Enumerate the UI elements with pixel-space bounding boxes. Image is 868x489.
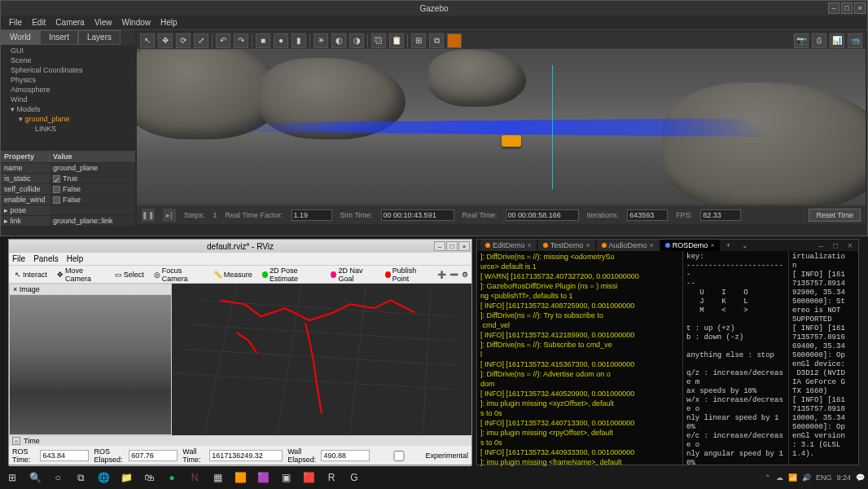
menu-panels[interactable]: Panels: [33, 254, 59, 263]
explorer-icon[interactable]: 📁: [117, 469, 135, 487]
minimize-button[interactable]: –: [434, 241, 445, 251]
close-panel-icon[interactable]: ×: [13, 285, 17, 293]
ros-time-input[interactable]: [40, 450, 89, 461]
tree-item[interactable]: GUI: [6, 46, 130, 56]
prop-value[interactable]: ✓True: [50, 174, 135, 183]
box-icon[interactable]: ■: [256, 33, 270, 48]
rtf-input[interactable]: [292, 209, 332, 221]
terminal-tab[interactable]: TestDemo×: [538, 240, 595, 251]
undo-icon[interactable]: ↶: [216, 33, 230, 48]
start-icon[interactable]: ⊞: [3, 469, 21, 487]
wall-elapsed-input[interactable]: [321, 450, 370, 461]
store-icon[interactable]: 🛍: [140, 469, 158, 487]
gazebo-icon[interactable]: G: [345, 469, 363, 487]
app-icon[interactable]: ▦: [208, 469, 226, 487]
tray-icon[interactable]: ⌃: [765, 474, 771, 482]
app-icon[interactable]: 🟧: [231, 469, 249, 487]
step-button[interactable]: ▸|: [163, 209, 176, 222]
tab-world[interactable]: World: [1, 30, 40, 45]
checkbox-icon[interactable]: [53, 186, 60, 193]
close-tab-icon[interactable]: ×: [710, 241, 714, 249]
redo-icon[interactable]: ↷: [234, 33, 248, 48]
menu-window[interactable]: Window: [121, 18, 151, 27]
select-button[interactable]: ▭Select: [112, 270, 147, 280]
tree-item[interactable]: Spherical Coordinates: [6, 66, 130, 76]
chart-icon[interactable]: 📊: [830, 33, 844, 48]
checkbox-icon[interactable]: ✓: [53, 175, 60, 183]
scale-icon[interactable]: ⤢: [194, 33, 208, 48]
maximize-button[interactable]: □: [446, 241, 458, 251]
collapse-icon[interactable]: ○: [12, 437, 20, 445]
tab-dropdown[interactable]: ⌄: [737, 240, 753, 251]
app-icon[interactable]: 🟪: [254, 469, 272, 487]
tree-item[interactable]: ▾ Models: [6, 105, 130, 115]
edge-icon[interactable]: 🌐: [94, 469, 112, 487]
robot-model[interactable]: [502, 135, 521, 147]
close-button[interactable]: ×: [458, 241, 470, 251]
tree-item[interactable]: Physics: [6, 76, 130, 86]
menu-camera[interactable]: Camera: [55, 18, 85, 27]
wifi-icon[interactable]: 📶: [788, 474, 797, 482]
prop-key[interactable]: ▸ pose: [1, 205, 50, 215]
minus-icon[interactable]: ➖: [449, 271, 458, 279]
magnet-icon[interactable]: ⧉: [429, 33, 444, 48]
tree-item[interactable]: Atmosphere: [6, 86, 130, 95]
time-panel-header[interactable]: ○Time: [9, 436, 471, 446]
rviz-3d-view[interactable]: [172, 284, 471, 435]
terminal-tab[interactable]: AudioDemo×: [597, 240, 659, 251]
menu-file[interactable]: File: [12, 254, 25, 263]
menu-view[interactable]: View: [94, 18, 112, 27]
close-tab-icon[interactable]: ×: [528, 241, 532, 249]
maximize-button[interactable]: □: [841, 2, 853, 14]
copy-icon[interactable]: ⿻: [371, 33, 386, 48]
iter-input[interactable]: [627, 209, 668, 221]
directional-icon[interactable]: ◑: [349, 33, 364, 48]
taskview-icon[interactable]: ⧉: [72, 469, 90, 487]
arrow-icon[interactable]: ↖: [140, 33, 155, 48]
plus-icon[interactable]: ➕: [437, 271, 446, 279]
light-icon[interactable]: ☀: [313, 33, 328, 48]
cylinder-icon[interactable]: ▮: [292, 33, 306, 48]
focus-camera-button[interactable]: ◎Focus Camera: [151, 266, 206, 284]
spot-icon[interactable]: ◐: [331, 33, 346, 48]
checkbox-icon[interactable]: [53, 196, 60, 204]
publish-point-button[interactable]: Publish Point: [383, 266, 432, 284]
tab-insert[interactable]: Insert: [40, 30, 78, 45]
onenote-icon[interactable]: N: [186, 469, 204, 487]
spotify-icon[interactable]: ●: [163, 469, 181, 487]
gazebo-viewport[interactable]: ↖ ✥ ⟳ ⤢ ↶ ↷ ■ ● ▮ ☀ ◐ ◑ ⿻ 📋 ⊞ ⧉: [137, 32, 866, 224]
pose-estimate-button[interactable]: 2D Pose Estimate: [260, 266, 324, 284]
menu-help[interactable]: Help: [160, 18, 178, 27]
terminal-pane-3[interactable]: irtualizatio n [ INFO] [161 7135757.8914…: [789, 251, 858, 489]
close-button[interactable]: ×: [854, 2, 866, 14]
tree-item[interactable]: Scene: [6, 56, 130, 66]
interact-button[interactable]: ↖Interact: [12, 270, 50, 280]
close-button[interactable]: ×: [845, 240, 855, 250]
tab-layers[interactable]: Layers: [78, 30, 121, 45]
prop-value[interactable]: False: [50, 195, 135, 205]
minimize-button[interactable]: –: [828, 2, 840, 14]
terminal-icon[interactable]: ▣: [277, 469, 295, 487]
notifications-icon[interactable]: 💬: [856, 474, 865, 482]
close-tab-icon[interactable]: ×: [650, 241, 654, 249]
paste-icon[interactable]: 📋: [389, 33, 404, 48]
terminal-pane-1[interactable]: ]: DiffDrive(ns = //): missing <odometry…: [477, 251, 683, 489]
tree-item[interactable]: Wind: [6, 95, 130, 105]
measure-button[interactable]: 📏Measure: [211, 270, 255, 280]
record-icon[interactable]: [447, 33, 462, 48]
nav-goal-button[interactable]: 2D Nav Goal: [328, 266, 377, 284]
new-tab-button[interactable]: +: [721, 240, 735, 251]
clock[interactable]: 9:24: [836, 474, 851, 482]
wall-time-input[interactable]: [209, 450, 283, 461]
fps-input[interactable]: [700, 209, 741, 221]
pause-button[interactable]: ❚❚: [142, 209, 155, 222]
reset-time-button[interactable]: Reset Time: [809, 209, 861, 222]
snap-icon[interactable]: ⊞: [411, 33, 426, 48]
onedrive-icon[interactable]: ☁: [776, 474, 783, 482]
maximize-button[interactable]: □: [831, 240, 840, 250]
sphere-icon[interactable]: ●: [274, 33, 288, 48]
menu-help[interactable]: Help: [67, 254, 84, 263]
app-icon[interactable]: 🟥: [300, 469, 318, 487]
tree-item[interactable]: ▾ ground_plane: [6, 115, 130, 125]
realtime-input[interactable]: [506, 209, 579, 221]
